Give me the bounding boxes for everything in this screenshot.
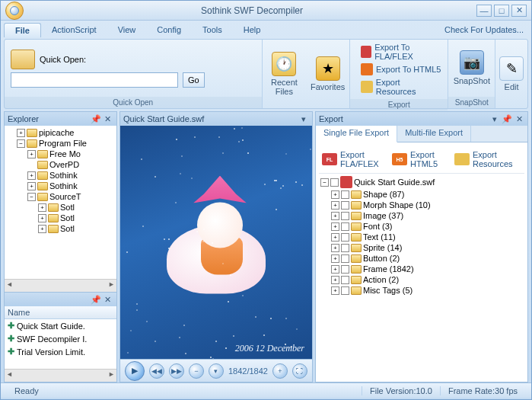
tab-single-export[interactable]: Single File Export [316,126,397,142]
check-updates-link[interactable]: Check For Updates... [444,25,524,34]
export-tree-item[interactable]: +Morph Shape (10) [320,200,523,210]
export-res-item[interactable]: Export Resources [454,150,514,168]
zoom-in-button[interactable]: + [272,363,288,379]
expand-icon[interactable]: + [38,225,46,233]
maximize-button[interactable]: □ [494,5,509,17]
checkbox[interactable] [341,254,349,263]
export-pin-button[interactable]: 📌 [502,114,512,124]
close-button[interactable]: ✕ [511,5,527,17]
checkbox[interactable] [341,244,349,252]
tree-item[interactable]: +Sotl [6,223,115,234]
expand-icon[interactable]: + [331,244,339,252]
explorer-tree[interactable]: +pipicache−Program File+Free MoOverPD+So… [5,126,116,279]
checkbox[interactable] [341,265,349,274]
export-html5-item[interactable]: H5Export HTML5 [392,150,441,168]
tab-multi-export[interactable]: Multi-file Export [397,126,471,142]
expand-icon[interactable]: + [331,212,339,220]
export-tree-item[interactable]: +Button (2) [320,253,523,264]
checkbox[interactable] [341,212,349,220]
menu-help[interactable]: Help [233,23,272,37]
edit-button[interactable]: ✎ Edit [496,53,527,94]
expand-icon[interactable]: + [27,171,36,180]
expand-icon[interactable]: + [331,286,339,295]
fullscreen-button[interactable]: ⛶ [292,363,307,379]
menu-view[interactable]: View [107,23,147,37]
expand-icon[interactable]: + [331,254,339,263]
export-tree-item[interactable]: +Misc Tags (5) [320,285,523,296]
favorites-button[interactable]: ★ Favorites [307,53,349,94]
export-tree-item[interactable]: +Action (2) [320,274,523,285]
export-resources-button[interactable]: Export Resources [361,78,441,96]
play-button[interactable]: ▶ [125,361,145,381]
checkbox[interactable] [341,190,349,199]
export-dropdown-button[interactable]: ▾ [489,114,500,124]
expand-icon[interactable]: − [27,193,36,201]
export-tree-item[interactable]: +Frame (1842) [320,264,523,274]
export-tree-item[interactable]: +Shape (87) [320,189,523,200]
expand-icon[interactable]: + [27,150,36,158]
export-tree-item[interactable]: +Text (11) [320,232,523,242]
tree-item[interactable]: +Sotl [6,202,115,213]
checkbox[interactable] [341,233,349,242]
zoom-dropdown[interactable]: ▾ [209,363,224,379]
forward-button[interactable]: ▶▶ [169,363,184,379]
list-item[interactable]: ✚Trial Version Limit. [5,345,116,358]
list-item[interactable]: ✚Quick Start Guide. [5,319,116,332]
list-item[interactable]: ✚SWF Decompiler I. [5,332,116,345]
tree-item[interactable]: +Sothink [6,181,115,191]
export-close-button[interactable]: ✕ [514,114,524,124]
filelist-scrollbar[interactable] [5,369,116,382]
recent-files-button[interactable]: 🕐 Recent Files [263,49,305,99]
panel-close-button[interactable]: ✕ [103,114,113,124]
expand-icon[interactable]: + [17,129,25,137]
expand-icon[interactable]: + [38,214,46,222]
zoom-out-button[interactable]: − [189,363,204,379]
name-column-header[interactable]: Name [5,306,116,319]
menu-config[interactable]: Config [146,23,192,37]
export-tree-root[interactable]: −Quick Start Guide.swf [320,175,523,189]
tree-item[interactable]: OverPD [6,159,115,170]
file-list[interactable]: ✚Quick Start Guide.✚SWF Decompiler I.✚Tr… [5,319,116,369]
expand-icon[interactable]: + [38,203,46,212]
panel-pin-button[interactable]: 📌 [91,114,101,124]
expand-icon[interactable]: + [27,182,36,190]
lower-close-button[interactable]: ✕ [103,294,113,305]
tree-item[interactable]: −SourceT [6,191,115,202]
checkbox[interactable] [341,276,349,284]
tree-item[interactable]: −Program File [6,138,115,149]
menu-tools[interactable]: Tools [192,23,233,37]
go-button[interactable]: Go [183,72,205,88]
expand-icon[interactable]: + [331,190,339,199]
expand-icon[interactable]: + [331,222,339,231]
checkbox[interactable] [341,222,349,231]
expand-icon[interactable]: + [331,201,339,210]
export-tree[interactable]: −Quick Start Guide.swf+Shape (87)+Morph … [319,174,524,297]
tree-item[interactable]: +pipicache [6,127,115,138]
checkbox[interactable] [341,201,349,210]
rewind-button[interactable]: ◀◀ [149,363,164,379]
expand-icon[interactable]: − [17,139,25,148]
tree-item[interactable]: +Sothink [6,170,115,181]
explorer-scrollbar[interactable] [5,279,116,292]
expand-icon[interactable]: + [331,265,339,274]
open-folder-icon[interactable] [11,50,35,69]
export-html5-button[interactable]: Export To HTML5 [361,63,441,75]
expand-icon[interactable]: + [331,276,339,284]
quick-open-input[interactable] [11,72,178,88]
snapshot-button[interactable]: 📷 SnapShot [451,47,493,88]
export-fla-button[interactable]: Export To FLA/FLEX [361,43,441,61]
tree-item[interactable]: +Free Mo [6,149,115,159]
preview-dropdown[interactable]: ▾ [298,114,309,124]
lower-pin-button[interactable]: 📌 [91,294,101,305]
expand-icon[interactable]: + [331,233,339,242]
minimize-button[interactable]: — [476,5,492,17]
export-fla-item[interactable]: FLExport FLA/FLEX [322,150,378,168]
checkbox[interactable] [330,178,339,187]
expand-icon[interactable]: − [320,178,329,187]
checkbox[interactable] [341,286,349,295]
menu-file[interactable]: File [4,23,41,37]
export-tree-item[interactable]: +Font (3) [320,221,523,232]
export-tree-item[interactable]: +Sprite (14) [320,242,523,253]
export-tree-item[interactable]: +Image (37) [320,210,523,221]
tree-item[interactable]: +Sotl [6,213,115,223]
